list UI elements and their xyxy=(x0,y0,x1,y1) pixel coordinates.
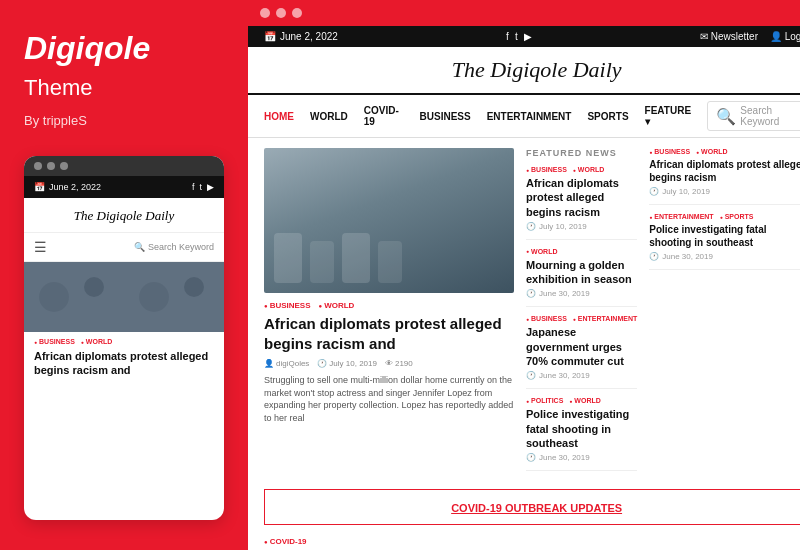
clock-icon: 🕐 xyxy=(317,359,327,368)
article-author: 👤 digiQoles xyxy=(264,359,309,368)
twitter-icon: t xyxy=(199,182,202,192)
nav-covid19[interactable]: COVID-19 xyxy=(364,105,404,127)
mobile-article-tags: BUSINESS WORLD xyxy=(24,332,224,347)
news-masthead: The Digiqole Daily xyxy=(248,47,800,95)
mobile-dot-3 xyxy=(60,162,68,170)
article-views: 👁 2190 xyxy=(385,359,413,368)
browser-dot-green xyxy=(292,8,302,18)
mobile-tag-business: BUSINESS xyxy=(34,338,75,345)
search-box[interactable]: 🔍 Search Keyword xyxy=(707,101,800,131)
nav-business[interactable]: BUSINESS xyxy=(420,111,471,122)
newspaper-title: The Digiqole Daily xyxy=(452,57,622,82)
right-tag-business: BUSINESS xyxy=(649,148,690,155)
browser-content: 📅 June 2, 2022 f t ▶ ✉ Newsletter 👤 Logi… xyxy=(248,26,800,550)
middle-column: FEATURED NEWS BUSINESS WORLD African dip… xyxy=(526,148,637,479)
mid-article-2-date: 🕐 June 30, 2019 xyxy=(526,289,637,298)
mid-article-4-date: 🕐 June 30, 2019 xyxy=(526,453,637,462)
right-article-1-title[interactable]: African diplomats protest alleged begins… xyxy=(649,158,800,184)
left-panel: Digiqole Theme By trippleS 📅 June 2, 202… xyxy=(0,0,248,550)
browser-dot-red xyxy=(260,8,270,18)
right-article-2-title[interactable]: Police investigating fatal shooting in s… xyxy=(649,223,800,249)
calendar-icon: 📅 xyxy=(264,31,276,42)
mid-article-2: WORLD Mourning a golden exhibition in se… xyxy=(526,248,637,308)
mobile-date: 📅 June 2, 2022 xyxy=(34,182,101,192)
mid-tag-world: WORLD xyxy=(569,397,600,404)
nav-home[interactable]: HOME xyxy=(264,111,294,122)
mobile-logo-area: The Digiqole Daily xyxy=(24,198,224,233)
mid-article-1-date: 🕐 July 10, 2019 xyxy=(526,222,637,231)
right-article-2-date: 🕐 June 30, 2019 xyxy=(649,252,800,261)
mid-tag-entertainment: ENTERTAINMENT xyxy=(573,315,637,322)
nav-world[interactable]: WORLD xyxy=(310,111,348,122)
search-icon: 🔍 xyxy=(134,242,145,252)
tag-business: BUSINESS xyxy=(264,301,311,310)
bottom-tag-covid: COVID-19 xyxy=(264,537,800,546)
clock-icon: 🕐 xyxy=(649,187,659,196)
mobile-nav: ☰ 🔍 Search Keyword xyxy=(24,233,224,262)
search-icon: 🔍 xyxy=(716,107,736,126)
mid-article-3: BUSINESS ENTERTAINMENT Japanese governme… xyxy=(526,315,637,389)
youtube-icon[interactable]: ▶ xyxy=(524,31,532,42)
right-panel: 📅 June 2, 2022 f t ▶ ✉ Newsletter 👤 Logi… xyxy=(248,0,800,550)
nav-entertainment[interactable]: ENTERTAINMENT xyxy=(487,111,572,122)
right-tag-world: WORLD xyxy=(696,148,727,155)
login-link[interactable]: 👤 Login xyxy=(770,31,800,42)
mid-article-4-title[interactable]: Police investigating fatal shooting in s… xyxy=(526,407,637,450)
browser-chrome xyxy=(248,0,800,26)
news-date: 📅 June 2, 2022 xyxy=(264,31,338,42)
mid-article-3-tags: BUSINESS ENTERTAINMENT xyxy=(526,315,637,322)
news-social-icons: f t ▶ xyxy=(506,31,532,42)
mobile-dot-2 xyxy=(47,162,55,170)
calendar-icon: 📅 xyxy=(34,182,45,192)
mid-article-2-tags: WORLD xyxy=(526,248,637,255)
author-icon: 👤 xyxy=(264,359,274,368)
mobile-top-bar xyxy=(24,156,224,176)
right-column: BUSINESS WORLD African diplomats protest… xyxy=(649,148,800,479)
mid-article-1: BUSINESS WORLD African diplomats protest… xyxy=(526,166,637,240)
clock-icon: 🕐 xyxy=(526,289,536,298)
right-tag-entertainment: ENTERTAINMENT xyxy=(649,213,713,220)
youtube-icon: ▶ xyxy=(207,182,214,192)
main-article-tags: BUSINESS WORLD xyxy=(264,301,514,310)
mid-tag-world: WORLD xyxy=(526,248,557,255)
mid-tag-business: BUSINESS xyxy=(526,315,567,322)
mobile-masthead: The Digiqole Daily xyxy=(74,208,174,223)
covid-banner[interactable]: COVID-19 OUTBREAK UPDATES xyxy=(264,489,800,525)
nav-feature[interactable]: FEATURE ▾ xyxy=(645,105,692,127)
bottom-area: COVID-19 xyxy=(248,533,800,550)
nav-sports[interactable]: SPORTS xyxy=(587,111,628,122)
main-article-meta: 👤 digiQoles 🕐 July 10, 2019 👁 2190 xyxy=(264,359,514,368)
mid-article-2-title[interactable]: Mourning a golden exhibition in season xyxy=(526,258,637,287)
featured-label: FEATURED NEWS xyxy=(526,148,637,158)
mid-article-3-date: 🕐 June 30, 2019 xyxy=(526,371,637,380)
main-article-excerpt: Struggling to sell one multi-million dol… xyxy=(264,374,514,424)
twitter-icon[interactable]: t xyxy=(515,31,518,42)
main-article-image xyxy=(264,148,514,293)
right-article-1-date: 🕐 July 10, 2019 xyxy=(649,187,800,196)
mid-article-4-tags: POLITICS WORLD xyxy=(526,397,637,404)
mid-article-3-title[interactable]: Japanese government urges 70% commuter c… xyxy=(526,325,637,368)
brand-theme: Theme xyxy=(24,75,224,101)
mid-tag-world: WORLD xyxy=(573,166,604,173)
right-article-1-tags: BUSINESS WORLD xyxy=(649,148,800,155)
mobile-header-bar: 📅 June 2, 2022 f t ▶ xyxy=(24,176,224,198)
news-main-content: BUSINESS WORLD African diplomats protest… xyxy=(248,138,800,489)
mobile-tag-world: WORLD xyxy=(81,338,112,345)
clock-icon: 🕐 xyxy=(526,371,536,380)
search-placeholder: Search Keyword xyxy=(740,105,800,127)
mid-article-1-title[interactable]: African diplomats protest alleged begins… xyxy=(526,176,637,219)
facebook-icon[interactable]: f xyxy=(506,31,509,42)
article-date: 🕐 July 10, 2019 xyxy=(317,359,377,368)
mid-tag-business: BUSINESS xyxy=(526,166,567,173)
mobile-dot-1 xyxy=(34,162,42,170)
hamburger-icon[interactable]: ☰ xyxy=(34,239,47,255)
newsletter-link[interactable]: ✉ Newsletter xyxy=(700,31,758,42)
right-article-1: BUSINESS WORLD African diplomats protest… xyxy=(649,148,800,205)
right-tag-sports: SPORTS xyxy=(720,213,754,220)
browser-dot-yellow xyxy=(276,8,286,18)
clock-icon: 🕐 xyxy=(526,222,536,231)
mobile-search[interactable]: 🔍 Search Keyword xyxy=(134,242,214,252)
brand-by: By trippleS xyxy=(24,113,224,128)
facebook-icon: f xyxy=(192,182,195,192)
main-article-title[interactable]: African diplomats protest alleged begins… xyxy=(264,314,514,353)
